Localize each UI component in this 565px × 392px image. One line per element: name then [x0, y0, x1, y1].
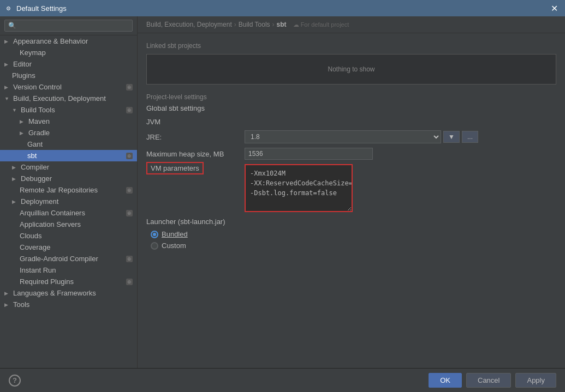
vm-params-row: VM parameters -Xmx1024M -XX:ReservedCode…	[146, 164, 556, 212]
apply-button[interactable]: Apply	[515, 373, 556, 388]
sidebar-item-plugins[interactable]: Plugins	[0, 70, 137, 81]
breadcrumb: Build, Execution, Deployment › Build Too…	[138, 16, 565, 33]
custom-label: Custom	[162, 242, 186, 250]
vm-params-row-label: VM parameters	[146, 164, 245, 172]
sidebar-item-label-gant: Gant	[27, 140, 133, 148]
sidebar-item-sbt[interactable]: sbt⊕	[0, 150, 137, 161]
custom-radio[interactable]	[151, 242, 158, 250]
sidebar-item-label-keymap: Keymap	[20, 49, 133, 57]
badge-icon-build-tools: ⊕	[126, 107, 133, 113]
sidebar-item-label-sbt: sbt	[27, 152, 124, 160]
ok-button[interactable]: OK	[429, 373, 462, 388]
sidebar-item-gant[interactable]: Gant	[0, 138, 137, 150]
sidebar: ▶Appearance & BehaviorKeymap▶EditorPlugi…	[0, 16, 138, 368]
sidebar-item-gradle[interactable]: ▶Gradle	[0, 127, 137, 138]
launcher-section: Launcher (sbt-launch.jar) Bundled Custom	[146, 218, 556, 250]
jre-label: JRE:	[146, 133, 245, 141]
breadcrumb-part-1: Build, Execution, Deployment	[146, 21, 232, 28]
bundled-radio-row: Bundled	[146, 230, 556, 238]
sidebar-item-required-plugins[interactable]: Required Plugins⊕	[0, 276, 137, 287]
sidebar-item-version-control[interactable]: ▶Version Control⊕	[0, 81, 137, 93]
sidebar-item-label-arquillian: Arquillian Containers	[20, 209, 124, 217]
sidebar-item-tools[interactable]: ▶Tools	[0, 299, 137, 310]
jre-controls: 1.8 ▼ ...	[245, 130, 478, 143]
sidebar-item-label-version-control: Version Control	[13, 83, 124, 91]
sidebar-item-label-appearance: Appearance & Behavior	[13, 37, 133, 45]
svg-text:⚙: ⚙	[6, 5, 11, 11]
breadcrumb-arrow-2: ›	[272, 21, 275, 28]
badge-icon-remote-jar: ⊕	[126, 187, 133, 194]
jre-browse-btn[interactable]: ...	[462, 131, 478, 143]
sidebar-item-label-editor: Editor	[13, 60, 133, 68]
title-bar: ⚙ Default Settings ✕	[0, 0, 565, 16]
sidebar-item-label-languages: Languages & Frameworks	[13, 289, 133, 297]
close-button[interactable]: ✕	[548, 2, 561, 15]
bundled-radio[interactable]	[151, 231, 158, 238]
sidebar-item-clouds[interactable]: Clouds	[0, 230, 137, 242]
sidebar-item-instant-run[interactable]: Instant Run	[0, 264, 137, 276]
help-button[interactable]: ?	[9, 375, 21, 387]
sidebar-item-label-gradle: Gradle	[28, 129, 133, 137]
sidebar-item-gradle-android[interactable]: Gradle-Android Compiler⊕	[0, 253, 137, 264]
sidebar-item-appearance[interactable]: ▶Appearance & Behavior	[0, 35, 137, 47]
sidebar-item-label-required-plugins: Required Plugins	[20, 278, 124, 286]
sidebar-item-keymap[interactable]: Keymap	[0, 47, 137, 58]
bundled-label: Bundled	[162, 230, 188, 238]
sidebar-item-label-build-exec: Build, Execution, Deployment	[13, 94, 133, 102]
default-project-tag: ☁ For default project	[293, 21, 349, 28]
custom-radio-row: Custom	[146, 242, 556, 250]
launcher-label: Launcher (sbt-launch.jar)	[146, 218, 556, 226]
project-level-label: Project-level settings	[146, 93, 556, 101]
jvm-label: JVM	[146, 118, 556, 126]
sidebar-item-label-coverage: Coverage	[20, 243, 133, 251]
vm-params-label: VM parameters	[146, 162, 204, 174]
app-icon: ⚙	[4, 4, 13, 13]
sidebar-item-build-tools[interactable]: ▼Build Tools⊕	[0, 104, 137, 116]
sidebar-item-label-instant-run: Instant Run	[20, 266, 133, 274]
badge-icon-version-control: ⊕	[126, 84, 133, 91]
settings-tree: ▶Appearance & BehaviorKeymap▶EditorPlugi…	[0, 35, 137, 310]
sidebar-item-languages[interactable]: ▶Languages & Frameworks	[0, 287, 137, 299]
main-layout: ▶Appearance & BehaviorKeymap▶EditorPlugi…	[0, 16, 565, 368]
sidebar-item-label-gradle-android: Gradle-Android Compiler	[20, 255, 124, 263]
sidebar-item-label-build-tools: Build Tools	[21, 106, 124, 114]
jre-dropdown-btn[interactable]: ▼	[443, 131, 460, 143]
cancel-button[interactable]: Cancel	[466, 373, 511, 388]
sidebar-item-label-compiler: Compiler	[21, 163, 133, 171]
jre-row: JRE: 1.8 ▼ ...	[146, 130, 556, 143]
badge-icon-sbt: ⊕	[126, 153, 133, 159]
max-heap-label: Maximum heap size, MB	[146, 150, 245, 158]
sidebar-item-label-maven: Maven	[28, 117, 133, 125]
sidebar-item-coverage[interactable]: Coverage	[0, 242, 137, 253]
search-input[interactable]	[4, 20, 133, 32]
sidebar-item-arquillian[interactable]: Arquillian Containers⊕	[0, 207, 137, 219]
sidebar-item-app-servers[interactable]: Application Servers	[0, 219, 137, 230]
badge-icon-gradle-android: ⊕	[126, 256, 133, 262]
sidebar-item-label-tools: Tools	[13, 300, 133, 309]
sidebar-item-label-plugins: Plugins	[12, 71, 133, 80]
dialog-title: Default Settings	[16, 4, 548, 13]
jre-select[interactable]: 1.8	[245, 130, 441, 143]
sidebar-item-label-app-servers: Application Servers	[20, 220, 133, 228]
sidebar-item-deployment[interactable]: ▶Deployment	[0, 196, 137, 207]
sidebar-item-debugger[interactable]: ▶Debugger	[0, 173, 137, 184]
dialog-buttons: OK Cancel Apply	[429, 373, 556, 388]
linked-sbt-label: Linked sbt projects	[146, 42, 556, 50]
sidebar-item-label-clouds: Clouds	[20, 232, 133, 240]
sidebar-item-compiler[interactable]: ▶Compiler	[0, 161, 137, 173]
global-sbt-label: Global sbt settings	[146, 104, 556, 112]
content-area: Build, Execution, Deployment › Build Too…	[138, 16, 565, 368]
search-box	[0, 16, 137, 35]
sidebar-item-maven[interactable]: ▶Maven	[0, 116, 137, 127]
vm-params-textarea[interactable]: -Xmx1024M -XX:ReservedCodeCacheSize=256m…	[245, 164, 353, 212]
max-heap-input[interactable]	[245, 148, 373, 160]
sidebar-item-remote-jar[interactable]: Remote Jar Repositories⊕	[0, 184, 137, 196]
breadcrumb-current: sbt	[277, 21, 287, 28]
breadcrumb-part-2: Build Tools	[239, 21, 270, 28]
content-body: Linked sbt projects Nothing to show Proj…	[138, 33, 565, 260]
sidebar-item-label-deployment: Deployment	[21, 197, 133, 206]
sidebar-item-build-exec[interactable]: ▼Build, Execution, Deployment	[0, 93, 137, 104]
sidebar-item-label-remote-jar: Remote Jar Repositories	[20, 186, 124, 194]
breadcrumb-arrow-1: ›	[234, 21, 236, 28]
sidebar-item-editor[interactable]: ▶Editor	[0, 58, 137, 70]
